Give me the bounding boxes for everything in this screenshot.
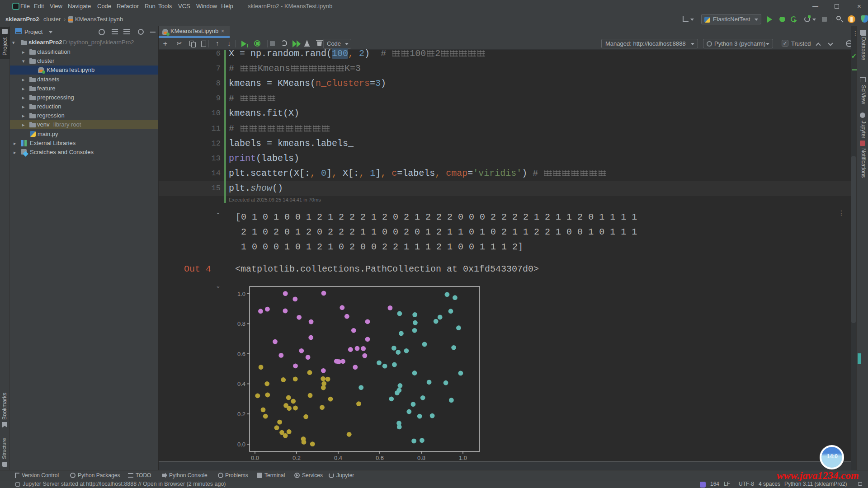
svg-text:1.0: 1.0 xyxy=(459,455,467,461)
svg-text:0.0: 0.0 xyxy=(237,441,245,448)
svg-text:0.6: 0.6 xyxy=(237,351,245,357)
svg-text:0.8: 0.8 xyxy=(417,455,425,461)
svg-text:0.2: 0.2 xyxy=(292,455,301,461)
svg-text:0.4: 0.4 xyxy=(237,380,245,387)
svg-text:0.0: 0.0 xyxy=(251,455,259,461)
svg-text:0.4: 0.4 xyxy=(334,455,342,461)
svg-text:0.6: 0.6 xyxy=(376,455,384,461)
svg-text:0.8: 0.8 xyxy=(237,320,245,327)
svg-text:1.0: 1.0 xyxy=(237,291,245,297)
svg-text:0.2: 0.2 xyxy=(237,411,245,418)
